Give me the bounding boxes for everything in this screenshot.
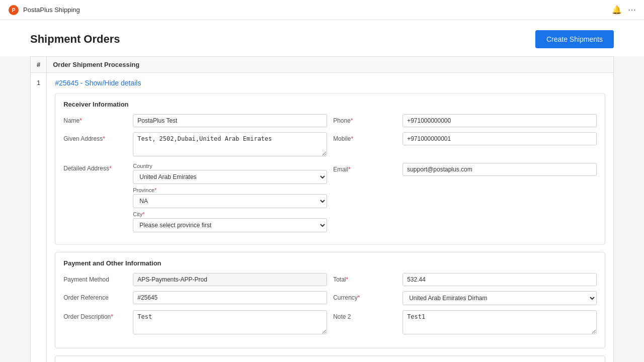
- mobile-group: Mobile*: [333, 132, 597, 163]
- app-name: PostaPlus Shipping: [23, 6, 80, 14]
- email-input[interactable]: [403, 163, 597, 176]
- page-title: Shipment Orders: [30, 33, 120, 46]
- email-label: Email*: [333, 163, 398, 173]
- name-group: Name*: [63, 114, 327, 132]
- more-options-icon[interactable]: ⋯: [628, 5, 636, 15]
- order-reference-input[interactable]: [133, 291, 327, 304]
- city-select[interactable]: Please select province first: [133, 218, 327, 232]
- total-row: Total*: [333, 273, 597, 286]
- currency-group: Currency* United Arab Emirates Dirham: [333, 291, 597, 310]
- total-input[interactable]: [403, 273, 597, 286]
- order-reference-group: Order Reference: [63, 291, 327, 310]
- payment-row3: Order Description* Not: [63, 310, 597, 341]
- row-number: 1: [31, 73, 47, 363]
- phone-input[interactable]: [403, 114, 597, 127]
- receiver-row2: Given Address*: [63, 132, 597, 163]
- payment-row2: Order Reference Curr: [63, 291, 597, 310]
- main-content: # Order Shipment Processing 1 #25645 - S…: [0, 56, 644, 362]
- mobile-row: Mobile*: [333, 132, 597, 145]
- receiver-row3: Detailed Address* Country United Arab Em…: [63, 163, 597, 237]
- given-address-group: Given Address*: [63, 132, 327, 163]
- total-input-group: [403, 273, 597, 286]
- items-section: Item Information # Item*: [55, 355, 605, 362]
- receiver-section: Receiver Information Name*: [55, 93, 605, 245]
- note2-input[interactable]: [403, 310, 597, 334]
- currency-label: Currency*: [333, 291, 398, 301]
- payment-section: Payment and Other Information Payment Me…: [55, 252, 605, 348]
- country-select[interactable]: United Arab Emirates: [133, 170, 327, 184]
- note2-group: Note 2: [333, 310, 597, 341]
- phone-group: Phone*: [333, 114, 597, 132]
- col-hash: #: [31, 57, 47, 73]
- name-input-group: [133, 114, 327, 127]
- detailed-address-group: Detailed Address* Country United Arab Em…: [63, 163, 327, 237]
- receiver-row1: Name*: [63, 114, 597, 132]
- currency-input-group: United Arab Emirates Dirham: [403, 291, 597, 305]
- email-row: Email*: [333, 163, 597, 176]
- payment-method-input-group: [133, 273, 327, 286]
- payment-method-row: Payment Method: [63, 273, 327, 286]
- note2-input-group: [403, 310, 597, 336]
- order-reference-input-group: [133, 291, 327, 304]
- phone-label: Phone*: [333, 114, 398, 124]
- phone-row: Phone*: [333, 114, 597, 127]
- mobile-input[interactable]: [403, 132, 597, 145]
- payment-row1: Payment Method Total: [63, 273, 597, 291]
- country-group: Country United Arab Emirates: [133, 163, 327, 184]
- order-description-input-group: [133, 310, 327, 336]
- order-description-row: Order Description*: [63, 310, 327, 336]
- app-logo: P: [8, 5, 19, 16]
- name-row: Name*: [63, 114, 327, 127]
- topbar-right: 🔔 ⋯: [612, 5, 636, 15]
- order-reference-row: Order Reference: [63, 291, 327, 304]
- payment-method-label: Payment Method: [63, 273, 129, 283]
- payment-method-input: [133, 273, 327, 286]
- topbar-left: P PostaPlus Shipping: [8, 5, 80, 16]
- city-group: City* Please select province first: [133, 211, 327, 232]
- order-header[interactable]: #25645 - Show/Hide details: [55, 79, 605, 87]
- mobile-label: Mobile*: [333, 132, 398, 142]
- email-group: Email*: [333, 163, 597, 237]
- given-address-row: Given Address*: [63, 132, 327, 158]
- total-group: Total*: [333, 273, 597, 291]
- given-address-input[interactable]: [133, 132, 327, 156]
- mobile-input-group: [403, 132, 597, 145]
- currency-select[interactable]: United Arab Emirates Dirham: [403, 291, 597, 305]
- email-input-group: [403, 163, 597, 176]
- name-input[interactable]: [133, 114, 327, 127]
- detailed-address-row: Detailed Address* Country United Arab Em…: [63, 163, 327, 232]
- order-description-group: Order Description*: [63, 310, 327, 341]
- create-shipments-button[interactable]: Create Shipments: [535, 30, 614, 48]
- name-label: Name*: [63, 114, 129, 124]
- phone-input-group: [403, 114, 597, 127]
- province-label: Province*: [133, 187, 327, 193]
- detailed-address-label: Detailed Address*: [63, 163, 129, 172]
- topbar: P PostaPlus Shipping 🔔 ⋯: [0, 0, 644, 20]
- order-reference-label: Order Reference: [63, 291, 129, 301]
- city-label: City*: [133, 211, 327, 217]
- order-section: #25645 - Show/Hide details Receiver Info…: [47, 73, 613, 362]
- total-label: Total*: [333, 273, 398, 283]
- given-address-input-group: [133, 132, 327, 158]
- orders-table: # Order Shipment Processing 1 #25645 - S…: [30, 56, 614, 362]
- payment-method-group: Payment Method: [63, 273, 327, 291]
- receiver-section-title: Receiver Information: [63, 101, 597, 108]
- col-order: Order Shipment Processing: [47, 57, 614, 73]
- order-cell: #25645 - Show/Hide details Receiver Info…: [47, 73, 614, 363]
- note2-row: Note 2: [333, 310, 597, 336]
- svg-text:P: P: [12, 8, 16, 13]
- payment-section-title: Payment and Other Information: [63, 259, 597, 267]
- page-header: Shipment Orders Create Shipments: [0, 20, 644, 56]
- address-fields: Country United Arab Emirates: [133, 163, 327, 232]
- given-address-label: Given Address*: [63, 132, 129, 142]
- province-group: Province* NA: [133, 187, 327, 208]
- province-select[interactable]: NA: [133, 194, 327, 208]
- country-label: Country: [133, 163, 327, 169]
- order-description-input[interactable]: [133, 310, 327, 334]
- table-row: 1 #25645 - Show/Hide details Receiver In…: [31, 73, 614, 363]
- order-description-label: Order Description*: [63, 310, 129, 320]
- currency-row: Currency* United Arab Emirates Dirham: [333, 291, 597, 305]
- notification-icon[interactable]: 🔔: [612, 5, 622, 15]
- note2-label: Note 2: [333, 310, 398, 320]
